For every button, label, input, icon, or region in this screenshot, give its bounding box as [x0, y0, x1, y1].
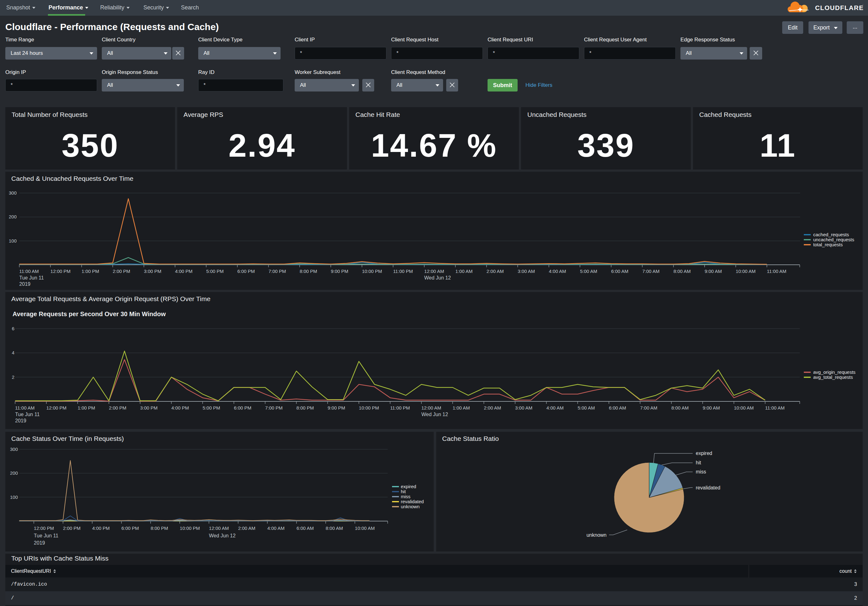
svg-text:8:00 PM: 8:00 PM — [150, 525, 168, 531]
svg-text:Wed Jun 12: Wed Jun 12 — [422, 412, 448, 417]
svg-text:6:00 PM: 6:00 PM — [234, 405, 251, 410]
svg-text:expired: expired — [696, 451, 712, 456]
svg-text:4:00 PM: 4:00 PM — [171, 405, 189, 410]
svg-text:6:00 AM: 6:00 AM — [611, 269, 628, 274]
svg-text:8:00 AM: 8:00 AM — [674, 269, 691, 274]
svg-text:11:00 PM: 11:00 PM — [390, 405, 410, 410]
svg-text:11:00 PM: 11:00 PM — [393, 269, 413, 274]
svg-text:expired: expired — [401, 484, 416, 489]
svg-text:5:00 PM: 5:00 PM — [203, 405, 220, 410]
svg-text:10:00 PM: 10:00 PM — [359, 405, 379, 410]
svg-text:3:00 AM: 3:00 AM — [518, 269, 535, 274]
svg-text:miss: miss — [696, 469, 706, 474]
svg-text:9:00 AM: 9:00 AM — [705, 269, 722, 274]
svg-text:·: · — [862, 3, 863, 6]
svg-text:6:00 AM: 6:00 AM — [296, 525, 314, 531]
svg-text:1:00 PM: 1:00 PM — [78, 405, 95, 410]
svg-text:200: 200 — [10, 470, 18, 475]
svg-text:10:00 AM: 10:00 AM — [734, 405, 754, 410]
svg-text:10:00 PM: 10:00 PM — [180, 525, 200, 531]
svg-text:4:00 PM: 4:00 PM — [92, 525, 110, 531]
svg-text:2:00 PM: 2:00 PM — [113, 269, 130, 274]
svg-text:2019: 2019 — [15, 418, 26, 423]
svg-text:9:00 PM: 9:00 PM — [331, 269, 348, 274]
svg-text:unknown: unknown — [401, 504, 420, 509]
svg-text:8:00 AM: 8:00 AM — [671, 405, 688, 410]
svg-text:CLOUDFLARE: CLOUDFLARE — [815, 4, 863, 11]
svg-text:12:00 PM: 12:00 PM — [34, 525, 54, 531]
svg-text:4: 4 — [12, 350, 14, 355]
svg-text:2: 2 — [12, 374, 14, 380]
svg-text:total_requests: total_requests — [813, 242, 843, 247]
svg-text:2019: 2019 — [19, 281, 31, 287]
svg-text:11:00 AM: 11:00 AM — [19, 269, 39, 274]
svg-text:300: 300 — [10, 446, 18, 452]
svg-text:6: 6 — [12, 326, 14, 331]
svg-text:7:00 AM: 7:00 AM — [640, 405, 657, 410]
svg-text:3:00 AM: 3:00 AM — [515, 405, 532, 410]
svg-text:avg_origin_requests: avg_origin_requests — [813, 370, 856, 375]
svg-text:2:00 PM: 2:00 PM — [109, 405, 127, 410]
svg-text:9:00 PM: 9:00 PM — [327, 405, 345, 410]
svg-text:12:00 AM: 12:00 AM — [209, 525, 229, 531]
svg-text:7:00 PM: 7:00 PM — [268, 269, 286, 274]
svg-text:5:00 AM: 5:00 AM — [580, 269, 597, 274]
svg-text:6:00 PM: 6:00 PM — [121, 525, 139, 531]
svg-text:12:00 PM: 12:00 PM — [46, 405, 67, 410]
svg-text:hit: hit — [696, 460, 701, 465]
svg-text:11:00 AM: 11:00 AM — [15, 405, 34, 410]
svg-text:2019: 2019 — [34, 540, 45, 545]
svg-text:8:00 PM: 8:00 PM — [296, 405, 314, 410]
svg-text:7:00 PM: 7:00 PM — [265, 405, 283, 410]
svg-text:8:00 PM: 8:00 PM — [300, 269, 317, 274]
svg-text:4:00 AM: 4:00 AM — [267, 525, 285, 531]
svg-text:2:00 AM: 2:00 AM — [484, 405, 501, 410]
svg-text:6:00 PM: 6:00 PM — [237, 269, 255, 274]
svg-text:3:00 PM: 3:00 PM — [140, 405, 158, 410]
svg-text:3:00 PM: 3:00 PM — [144, 269, 161, 274]
svg-text:Tue Jun 11: Tue Jun 11 — [34, 533, 58, 538]
svg-text:2:00 AM: 2:00 AM — [487, 269, 504, 274]
svg-text:1:00 AM: 1:00 AM — [455, 269, 473, 274]
svg-text:4:00 AM: 4:00 AM — [546, 405, 564, 410]
svg-text:9:00 AM: 9:00 AM — [703, 405, 720, 410]
svg-text:8:00 AM: 8:00 AM — [326, 525, 343, 531]
svg-text:6:00 AM: 6:00 AM — [609, 405, 626, 410]
svg-text:4:00 PM: 4:00 PM — [175, 269, 192, 274]
svg-text:Wed Jun 12: Wed Jun 12 — [209, 533, 236, 538]
svg-text:Tue Jun 11: Tue Jun 11 — [19, 275, 44, 280]
svg-text:hit: hit — [401, 489, 406, 494]
svg-text:10:00 AM: 10:00 AM — [736, 269, 756, 274]
svg-text:cached_requests: cached_requests — [813, 232, 849, 237]
svg-text:2:00 PM: 2:00 PM — [63, 525, 81, 531]
svg-text:100: 100 — [9, 238, 17, 244]
svg-text:12:00 PM: 12:00 PM — [50, 269, 70, 274]
svg-text:revalidated: revalidated — [696, 485, 720, 490]
svg-text:12:00 AM: 12:00 AM — [422, 405, 441, 410]
svg-text:Tue Jun 11: Tue Jun 11 — [15, 412, 39, 417]
svg-text:1:00 AM: 1:00 AM — [453, 405, 470, 410]
svg-text:10:00 PM: 10:00 PM — [362, 269, 382, 274]
svg-text:miss: miss — [401, 494, 411, 499]
svg-text:12:00 AM: 12:00 AM — [424, 269, 444, 274]
svg-text:5:00 PM: 5:00 PM — [206, 269, 224, 274]
svg-text:7:00 AM: 7:00 AM — [642, 269, 659, 274]
svg-text:2:00 AM: 2:00 AM — [238, 525, 256, 531]
svg-text:4:00 AM: 4:00 AM — [549, 269, 566, 274]
svg-text:11:00 AM: 11:00 AM — [767, 269, 786, 274]
svg-text:5:00 AM: 5:00 AM — [578, 405, 595, 410]
svg-text:100: 100 — [10, 494, 18, 500]
svg-text:300: 300 — [9, 190, 17, 196]
svg-text:Wed Jun 12: Wed Jun 12 — [424, 275, 451, 280]
svg-text:uncached_requests: uncached_requests — [813, 237, 854, 242]
svg-text:revalidated: revalidated — [401, 499, 424, 504]
svg-text:10:00 AM: 10:00 AM — [355, 525, 375, 531]
svg-text:avg_total_requests: avg_total_requests — [813, 374, 853, 380]
svg-text:1:00 PM: 1:00 PM — [82, 269, 99, 274]
svg-text:11:00 AM: 11:00 AM — [765, 405, 785, 410]
svg-text:unknown: unknown — [586, 532, 606, 538]
svg-text:200: 200 — [9, 214, 17, 219]
